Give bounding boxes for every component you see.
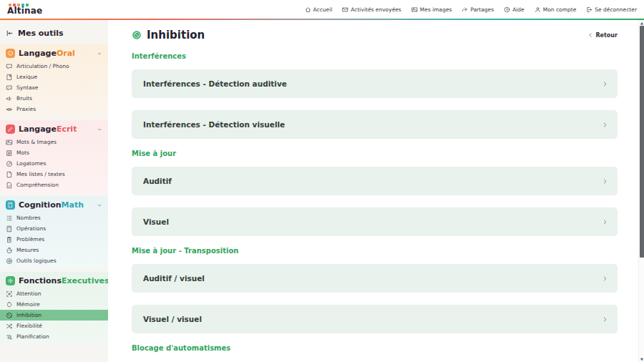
sidebar-section-header-fonctions-executives[interactable]: FonctionsExecutives [0,274,108,288]
chevron-down-icon[interactable] [97,202,102,208]
user-icon [535,6,541,13]
sidebar-section-title: LangageOral [19,49,75,58]
exercise-card-title: Auditif / visuel [143,274,205,283]
calculator-icon [6,200,15,210]
sidebar-item-mes-listes-textes[interactable]: Mes listes / textes [0,169,108,180]
group-mise-a-jour-transposition: Mise à jour - Transposition Auditif / vi… [132,247,618,333]
sidebar-item-label: Articulation / Phono [16,63,69,69]
sidebar-item-bruits[interactable]: Bruits [0,93,108,104]
sidebar-section-title: CognitionMath [19,200,84,210]
sidebar-item-attention[interactable]: Attention [0,288,108,299]
scroll-thumb[interactable] [640,26,644,258]
exercise-card-visuel-visuel[interactable]: Visuel / visuel [132,305,618,333]
sidebar-section-header-langage-oral[interactable]: LangageOral [0,47,108,61]
sidebar-item-label: Mots [16,150,29,156]
list-icon [6,150,13,157]
nav-label: Mes images [420,6,452,13]
page-title: Inhibition [147,29,205,41]
nav-activites-envoyees[interactable]: Activités envoyées [342,6,401,13]
sidebar-item-label: Bruits [16,95,32,102]
sidebar-item-planification[interactable]: Planification [0,331,108,342]
flow-icon [6,333,13,341]
book-icon [6,74,13,81]
help-icon: ? [504,6,510,13]
sidebar-item-praxies[interactable]: Praxies [0,104,108,114]
sidebar-item-articulation-phono[interactable]: Articulation / Phono [0,61,108,72]
group-heading: Mise à jour [132,150,618,157]
sidebar-item-label: Attention [16,290,42,297]
nav-aide[interactable]: ? Aide [504,6,525,13]
shuffle-icon [6,323,13,330]
sidebar-section-langage-oral: LangageOral Articulation / Phono Lexique… [0,44,108,117]
nav-label: Accueil [313,6,333,13]
sidebar-item-label: Logatomes [16,160,46,167]
nav-se-deconnecter[interactable]: Se déconnecter [586,6,637,13]
brand-name: Altinae [7,6,42,16]
sidebar-item-label: Mots & Images [16,139,57,145]
sidebar-item-inhibition[interactable]: Inhibition [0,310,108,321]
sidebar-item-label: Flexibilité [16,323,42,329]
back-button[interactable]: Retour [587,32,618,39]
sidebar-item-label: Compréhension [16,182,59,188]
sidebar-item-label: Problèmes [16,236,44,243]
sidebar-section-header-cognition-math[interactable]: CognitionMath [0,198,108,212]
sidebar-item-flexibilite[interactable]: Flexibilité [0,321,108,331]
lips-icon [6,106,13,113]
svg-text:?: ? [506,8,508,11]
doc-icon [6,171,13,178]
envelope-icon [342,6,348,13]
chevron-down-icon[interactable] [97,127,102,132]
calculator-icon [6,225,13,233]
logout-icon [586,6,592,13]
exercise-card-visuel[interactable]: Visuel [132,207,618,236]
smiley-icon [6,49,15,58]
app-window: Altinae Accueil Activités envoyées Mes i… [0,0,644,362]
exercise-card-auditif-visuel[interactable]: Auditif / visuel [132,264,618,293]
sidebar-section-header-langage-ecrit[interactable]: LangageEcrit [0,122,108,137]
sidebar-item-syntaxe[interactable]: Syntaxe [0,82,108,93]
main-content: Inhibition Retour Interférences Interfér… [108,20,638,362]
sidebar-item-comprehension[interactable]: Compréhension [0,180,108,190]
sidebar-section-title: LangageEcrit [19,124,77,134]
sidebar-item-mesures[interactable]: Mesures [0,245,108,255]
sidebar-item-label: Lexique [16,74,37,80]
sidebar-item-problemes[interactable]: Problèmes [0,234,108,245]
brain-icon [6,301,13,308]
sidebar-item-logatomes[interactable]: Logatomes [0,158,108,169]
sidebar-item-nombres[interactable]: Nombres [0,212,108,223]
brand-logo[interactable]: Altinae [7,3,42,16]
sidebar-item-mots-images[interactable]: Mots & Images [0,137,108,147]
nav-mes-images[interactable]: Mes images [411,6,452,13]
nav-mon-compte[interactable]: Mon compte [535,6,577,13]
scroll-down-arrow[interactable]: ▼ [639,356,644,362]
clipboard-icon [6,236,13,243]
sidebar-item-mots[interactable]: Mots [0,147,108,158]
scrollbar[interactable]: ▲ ▼ [638,20,644,362]
scroll-up-arrow[interactable]: ▲ [639,20,644,26]
sidebar-item-label: Opérations [16,225,46,232]
group-heading: Interférences [132,52,618,60]
doc-check-icon [6,182,13,189]
exercise-card-interferences-detection-visuelle[interactable]: Interférences - Détection visuelle [132,110,618,139]
sidebar-item-operations[interactable]: Opérations [0,223,108,234]
collapse-sidebar-icon[interactable] [6,29,14,37]
chevron-down-icon[interactable] [97,51,102,57]
sidebar-item-label: Outils logiques [16,258,57,264]
sidebar-item-outils-logiques[interactable]: Outils logiques [0,255,108,266]
nav-label: Mon compte [543,6,577,13]
puzzle-icon [6,258,13,265]
sidebar-item-lexique[interactable]: Lexique [0,72,108,82]
exercise-card-interferences-detection-auditive[interactable]: Interférences - Détection auditive [132,69,618,98]
chevron-right-icon [602,178,608,185]
exercise-card-auditif[interactable]: Auditif [132,167,618,195]
nav-accueil[interactable]: Accueil [305,6,333,13]
chevron-right-icon [602,219,608,225]
nav-partages[interactable]: Partages [462,6,494,13]
top-header: Altinae Accueil Activités envoyées Mes i… [0,0,644,19]
back-button-label: Retour [595,32,618,39]
sidebar-title: Mes outils [18,29,64,38]
sidebar-item-label: Mesures [16,247,39,253]
sidebar-item-memoire[interactable]: Mémoire [0,299,108,310]
sidebar-section-langage-ecrit: LangageEcrit Mots & Images Mots Logatome… [0,120,108,193]
sidebar-section-cognition-math: CognitionMath Nombres Opérations Problèm… [0,196,108,269]
